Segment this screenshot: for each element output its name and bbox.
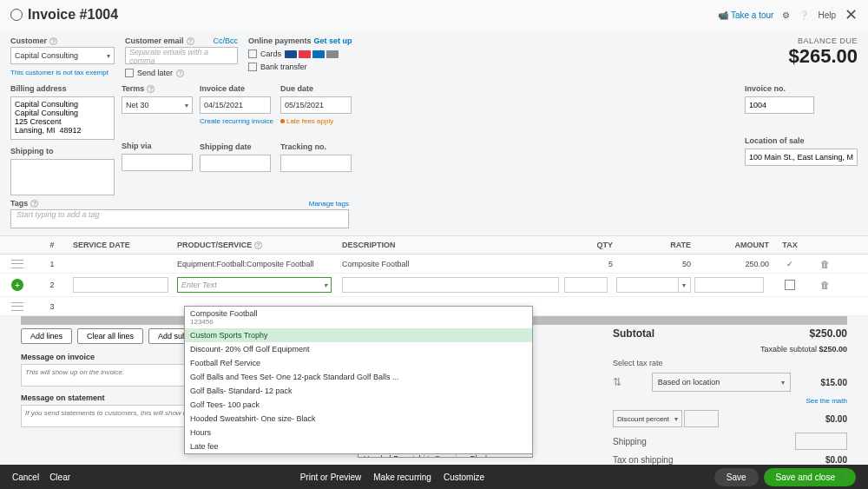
terms-label: Terms? xyxy=(122,84,193,93)
ship-via-label: Ship via xyxy=(122,142,193,150)
create-recurring-link[interactable]: Create recurring invoice xyxy=(200,117,273,125)
trash-icon[interactable]: 🗑 xyxy=(820,259,830,269)
swap-icon[interactable]: ⇅ xyxy=(613,376,621,388)
tax-exempt-link[interactable]: This customer is not tax exempt xyxy=(10,69,115,76)
product-dropdown[interactable]: Composite Football123456 Custom Sports T… xyxy=(184,306,533,454)
customer-label: Customer? xyxy=(10,36,115,45)
tax-shipping-value: $0.00 xyxy=(825,455,847,465)
trash-icon[interactable]: 🗑 xyxy=(820,280,830,290)
subtotal-label: Subtotal xyxy=(613,327,654,340)
manage-tags-link[interactable]: Manage tags xyxy=(309,200,349,208)
email-label: Customer email? xyxy=(125,36,194,45)
shipping-input[interactable] xyxy=(795,433,847,450)
tax-checkbox[interactable] xyxy=(785,280,795,290)
help-label: Help xyxy=(818,10,836,20)
shipping-date-label: Shipping date xyxy=(200,142,273,151)
tax-rate-select[interactable]: Based on location▾ xyxy=(652,373,791,392)
invoice-date-label: Invoice date xyxy=(200,84,273,93)
description-input[interactable] xyxy=(342,277,559,293)
col-rate: RATE xyxy=(616,241,694,249)
make-recurring-button[interactable]: Make recurring xyxy=(373,472,431,482)
ccbcc-link[interactable]: Cc/Bcc xyxy=(213,36,238,45)
col-num: # xyxy=(35,241,69,249)
discount-value-input[interactable] xyxy=(684,410,719,427)
taxable-subtotal-label: Taxable subtotal $250.00 xyxy=(760,345,847,354)
clear-button[interactable]: Clear xyxy=(49,472,70,482)
drag-handle-icon[interactable] xyxy=(11,260,23,268)
balance-due-amount: $265.00 xyxy=(788,45,858,68)
cards-checkbox[interactable] xyxy=(248,50,257,58)
shipping-to-label: Shipping to xyxy=(10,147,115,155)
col-amount: AMOUNT xyxy=(694,241,773,249)
chevron-down-icon: ▾ xyxy=(840,473,844,481)
email-input[interactable]: Separate emails with a comma xyxy=(125,47,238,64)
drag-handle-icon[interactable] xyxy=(11,302,23,311)
table-row: 1 Equipment:Football:Composite Football … xyxy=(0,254,868,274)
add-row-icon[interactable]: + xyxy=(11,279,23,291)
discount-type-select[interactable]: Discount percent▾ xyxy=(613,410,682,427)
late-fees-link[interactable]: Late fees apply xyxy=(280,117,352,125)
save-and-close-button[interactable]: Save and close▾ xyxy=(764,468,856,486)
gear-icon[interactable]: ⚙ xyxy=(782,10,790,20)
due-date-label: Due date xyxy=(280,84,352,93)
tags-label: Tags? xyxy=(10,199,38,208)
take-tour-link[interactable]: 📹 Take a tour xyxy=(718,10,773,20)
tax-shipping-label: Tax on shipping xyxy=(613,455,674,465)
bank-checkbox[interactable] xyxy=(248,63,257,71)
chevron-down-icon: ▾ xyxy=(107,52,110,60)
shipping-date-input[interactable] xyxy=(200,155,271,172)
card-icons xyxy=(285,50,339,58)
send-later-label: Send later xyxy=(137,69,173,77)
amount-input[interactable] xyxy=(694,277,764,293)
billing-label: Billing address xyxy=(10,84,115,93)
tags-input[interactable]: Start typing to add a tag xyxy=(10,209,349,228)
see-math-link[interactable]: See the math xyxy=(806,397,847,405)
col-date: SERVICE DATE xyxy=(69,241,174,249)
product-service-input[interactable]: Enter Text▾ xyxy=(177,277,332,293)
qty-input[interactable] xyxy=(564,277,608,293)
ship-via-input[interactable] xyxy=(122,154,193,171)
location-label: Location of sale xyxy=(745,136,858,145)
table-row: + 2 Enter Text▾ ▾ 🗑 xyxy=(0,274,868,297)
discount-amount: $0.00 xyxy=(825,414,847,424)
add-lines-button[interactable]: Add lines xyxy=(21,328,72,344)
invoice-no-label: Invoice no. xyxy=(745,84,858,93)
help-icon[interactable]: ❔ xyxy=(799,10,809,20)
col-tax: TAX xyxy=(773,241,807,249)
invoice-no-input[interactable] xyxy=(745,96,814,114)
tax-check-icon[interactable]: ✓ xyxy=(786,260,793,268)
history-icon[interactable] xyxy=(10,9,23,21)
print-preview-button[interactable]: Print or Preview xyxy=(300,472,362,482)
subtotal-value: $250.00 xyxy=(810,327,847,340)
select-tax-label: Select tax rate xyxy=(613,359,663,367)
location-input[interactable] xyxy=(745,149,858,166)
invoice-date-input[interactable]: 04/15/2021 xyxy=(200,96,271,114)
col-qty: QTY xyxy=(564,241,616,249)
rate-input[interactable] xyxy=(616,277,679,293)
col-product: PRODUCT/SERVICE ? xyxy=(174,241,339,249)
rate-unit-select[interactable]: ▾ xyxy=(679,277,691,293)
page-title: Invoice #1004 xyxy=(28,7,118,23)
save-button[interactable]: Save xyxy=(714,468,759,486)
shipping-to-input[interactable] xyxy=(10,159,115,195)
terms-select[interactable]: Net 30▾ xyxy=(122,96,193,114)
balance-due-label: BALANCE DUE xyxy=(788,36,858,45)
online-payments-label: Online payments Get set up xyxy=(248,36,352,45)
desc-cell[interactable]: Composite Football xyxy=(339,260,564,268)
product-cell[interactable]: Equipment:Football:Composite Football xyxy=(174,260,339,268)
send-later-checkbox[interactable] xyxy=(125,69,134,77)
clear-lines-button[interactable]: Clear all lines xyxy=(77,328,143,344)
tour-icon: 📹 xyxy=(718,10,728,20)
customer-select[interactable]: Capital Consulting ▾ xyxy=(10,47,115,64)
due-date-input[interactable]: 05/15/2021 xyxy=(280,96,352,114)
service-date-input[interactable] xyxy=(73,277,168,293)
customize-button[interactable]: Customize xyxy=(444,472,484,482)
tracking-input[interactable] xyxy=(280,155,352,172)
shipping-label: Shipping xyxy=(613,437,647,446)
col-desc: DESCRIPTION xyxy=(339,241,564,249)
billing-address-input[interactable]: Capital Consulting Capital Consulting 12… xyxy=(10,96,115,140)
tracking-label: Tracking no. xyxy=(280,142,352,151)
close-icon[interactable]: ✕ xyxy=(845,5,858,24)
tax-amount: $15.00 xyxy=(820,378,847,387)
cancel-button[interactable]: Cancel xyxy=(12,472,39,482)
